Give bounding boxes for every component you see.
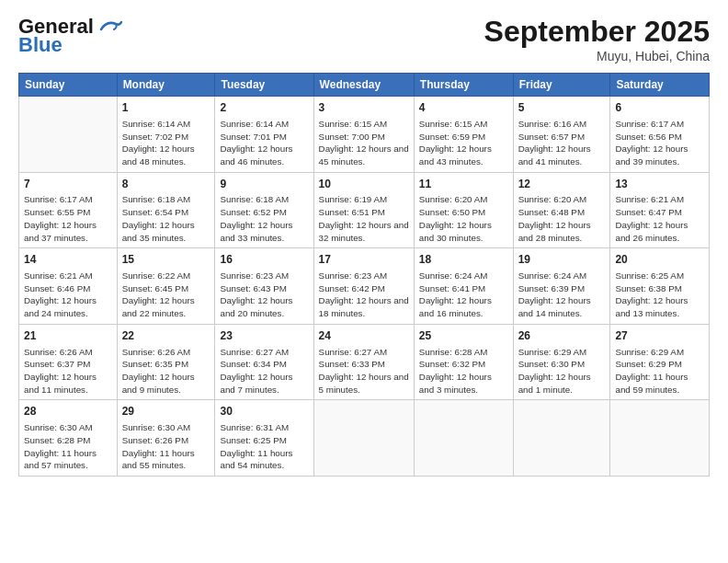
logo: General Blue <box>18 15 123 57</box>
day-number: 23 <box>220 328 308 344</box>
day-number: 5 <box>518 100 606 116</box>
day-info: Sunrise: 6:27 AM Sunset: 6:33 PM Dayligh… <box>319 346 409 396</box>
day-cell: 15Sunrise: 6:22 AM Sunset: 6:45 PM Dayli… <box>117 248 215 325</box>
day-cell: 4Sunrise: 6:15 AM Sunset: 6:59 PM Daylig… <box>414 97 513 173</box>
header-cell-friday: Friday <box>513 74 610 97</box>
day-cell: 23Sunrise: 6:27 AM Sunset: 6:34 PM Dayli… <box>215 324 313 400</box>
day-number: 28 <box>24 404 112 419</box>
day-number: 29 <box>122 404 210 419</box>
day-cell: 11Sunrise: 6:20 AM Sunset: 6:50 PM Dayli… <box>414 172 513 248</box>
day-number: 14 <box>24 252 112 268</box>
day-number: 19 <box>518 252 606 268</box>
week-row-5: 28Sunrise: 6:30 AM Sunset: 6:28 PM Dayli… <box>19 400 710 477</box>
logo-bird-icon <box>97 17 123 37</box>
day-info: Sunrise: 6:21 AM Sunset: 6:46 PM Dayligh… <box>24 270 112 320</box>
day-cell: 17Sunrise: 6:23 AM Sunset: 6:42 PM Dayli… <box>313 248 414 325</box>
header-cell-monday: Monday <box>117 74 215 97</box>
day-info: Sunrise: 6:20 AM Sunset: 6:50 PM Dayligh… <box>419 193 508 244</box>
header-cell-saturday: Saturday <box>610 74 710 97</box>
day-info: Sunrise: 6:23 AM Sunset: 6:42 PM Dayligh… <box>319 270 409 320</box>
day-number: 26 <box>518 328 606 344</box>
day-number: 11 <box>419 177 508 192</box>
day-info: Sunrise: 6:22 AM Sunset: 6:45 PM Dayligh… <box>122 270 210 320</box>
day-number: 16 <box>220 252 308 268</box>
day-info: Sunrise: 6:23 AM Sunset: 6:43 PM Dayligh… <box>220 270 308 320</box>
day-number: 8 <box>122 177 210 192</box>
day-info: Sunrise: 6:21 AM Sunset: 6:47 PM Dayligh… <box>615 193 704 244</box>
calendar-header-row: SundayMondayTuesdayWednesdayThursdayFrid… <box>19 74 710 97</box>
day-info: Sunrise: 6:30 AM Sunset: 6:26 PM Dayligh… <box>122 421 210 472</box>
day-number: 27 <box>615 328 704 344</box>
header-cell-tuesday: Tuesday <box>215 74 313 97</box>
day-info: Sunrise: 6:28 AM Sunset: 6:32 PM Dayligh… <box>419 346 508 396</box>
day-cell: 12Sunrise: 6:20 AM Sunset: 6:48 PM Dayli… <box>513 172 610 248</box>
day-number: 17 <box>319 252 409 268</box>
day-number: 10 <box>319 177 409 192</box>
day-number: 3 <box>319 100 409 116</box>
day-cell: 26Sunrise: 6:29 AM Sunset: 6:30 PM Dayli… <box>513 324 610 400</box>
day-cell: 10Sunrise: 6:19 AM Sunset: 6:51 PM Dayli… <box>313 172 414 248</box>
day-cell: 14Sunrise: 6:21 AM Sunset: 6:46 PM Dayli… <box>19 248 118 325</box>
day-info: Sunrise: 6:30 AM Sunset: 6:28 PM Dayligh… <box>24 421 112 472</box>
day-info: Sunrise: 6:24 AM Sunset: 6:39 PM Dayligh… <box>518 270 606 320</box>
day-cell: 9Sunrise: 6:18 AM Sunset: 6:52 PM Daylig… <box>215 172 313 248</box>
day-cell <box>610 400 710 477</box>
day-cell: 16Sunrise: 6:23 AM Sunset: 6:43 PM Dayli… <box>215 248 313 325</box>
day-cell: 18Sunrise: 6:24 AM Sunset: 6:41 PM Dayli… <box>414 248 513 325</box>
day-info: Sunrise: 6:17 AM Sunset: 6:55 PM Dayligh… <box>24 193 112 244</box>
day-number: 15 <box>122 252 210 268</box>
day-cell: 24Sunrise: 6:27 AM Sunset: 6:33 PM Dayli… <box>313 324 414 400</box>
day-cell <box>414 400 513 477</box>
day-info: Sunrise: 6:29 AM Sunset: 6:30 PM Dayligh… <box>518 346 606 396</box>
day-cell: 3Sunrise: 6:15 AM Sunset: 7:00 PM Daylig… <box>313 97 414 173</box>
day-cell: 1Sunrise: 6:14 AM Sunset: 7:02 PM Daylig… <box>117 97 215 173</box>
day-number: 18 <box>419 252 508 268</box>
day-number: 2 <box>220 100 308 116</box>
page-container: General Blue September 2025 Muyu, Hubei,… <box>0 0 728 486</box>
day-cell: 7Sunrise: 6:17 AM Sunset: 6:55 PM Daylig… <box>19 172 118 248</box>
calendar-table: SundayMondayTuesdayWednesdayThursdayFrid… <box>18 73 710 477</box>
day-info: Sunrise: 6:24 AM Sunset: 6:41 PM Dayligh… <box>419 270 508 320</box>
day-cell: 13Sunrise: 6:21 AM Sunset: 6:47 PM Dayli… <box>610 172 710 248</box>
day-cell: 19Sunrise: 6:24 AM Sunset: 6:39 PM Dayli… <box>513 248 610 325</box>
day-cell: 5Sunrise: 6:16 AM Sunset: 6:57 PM Daylig… <box>513 97 610 173</box>
day-number: 12 <box>518 177 606 192</box>
day-info: Sunrise: 6:18 AM Sunset: 6:54 PM Dayligh… <box>122 193 210 244</box>
day-info: Sunrise: 6:19 AM Sunset: 6:51 PM Dayligh… <box>319 193 409 244</box>
day-number: 25 <box>419 328 508 344</box>
day-info: Sunrise: 6:20 AM Sunset: 6:48 PM Dayligh… <box>518 193 606 244</box>
day-info: Sunrise: 6:25 AM Sunset: 6:38 PM Dayligh… <box>615 270 704 320</box>
day-number: 4 <box>419 100 508 116</box>
day-cell: 29Sunrise: 6:30 AM Sunset: 6:26 PM Dayli… <box>117 400 215 477</box>
day-info: Sunrise: 6:26 AM Sunset: 6:37 PM Dayligh… <box>24 346 112 396</box>
day-number: 1 <box>122 100 210 116</box>
day-info: Sunrise: 6:17 AM Sunset: 6:56 PM Dayligh… <box>615 118 704 168</box>
day-number: 24 <box>319 328 409 344</box>
day-number: 30 <box>220 404 308 419</box>
day-cell: 22Sunrise: 6:26 AM Sunset: 6:35 PM Dayli… <box>117 324 215 400</box>
week-row-4: 21Sunrise: 6:26 AM Sunset: 6:37 PM Dayli… <box>19 324 710 400</box>
day-number: 7 <box>24 177 112 192</box>
day-number: 9 <box>220 177 308 192</box>
day-info: Sunrise: 6:15 AM Sunset: 6:59 PM Dayligh… <box>419 118 508 168</box>
week-row-2: 7Sunrise: 6:17 AM Sunset: 6:55 PM Daylig… <box>19 172 710 248</box>
day-cell <box>513 400 610 477</box>
day-cell: 21Sunrise: 6:26 AM Sunset: 6:37 PM Dayli… <box>19 324 118 400</box>
day-number: 21 <box>24 328 112 344</box>
location: Muyu, Hubei, China <box>484 49 710 63</box>
day-info: Sunrise: 6:15 AM Sunset: 7:00 PM Dayligh… <box>319 118 409 168</box>
day-cell: 2Sunrise: 6:14 AM Sunset: 7:01 PM Daylig… <box>215 97 313 173</box>
week-row-3: 14Sunrise: 6:21 AM Sunset: 6:46 PM Dayli… <box>19 248 710 325</box>
header-cell-sunday: Sunday <box>19 74 118 97</box>
day-number: 13 <box>615 177 704 192</box>
day-cell <box>19 97 118 173</box>
month-title: September 2025 <box>484 15 710 49</box>
day-info: Sunrise: 6:16 AM Sunset: 6:57 PM Dayligh… <box>518 118 606 168</box>
day-cell: 8Sunrise: 6:18 AM Sunset: 6:54 PM Daylig… <box>117 172 215 248</box>
day-number: 6 <box>615 100 704 116</box>
day-cell <box>313 400 414 477</box>
week-row-1: 1Sunrise: 6:14 AM Sunset: 7:02 PM Daylig… <box>19 97 710 173</box>
day-number: 22 <box>122 328 210 344</box>
day-info: Sunrise: 6:14 AM Sunset: 7:02 PM Dayligh… <box>122 118 210 168</box>
day-info: Sunrise: 6:31 AM Sunset: 6:25 PM Dayligh… <box>220 421 308 472</box>
